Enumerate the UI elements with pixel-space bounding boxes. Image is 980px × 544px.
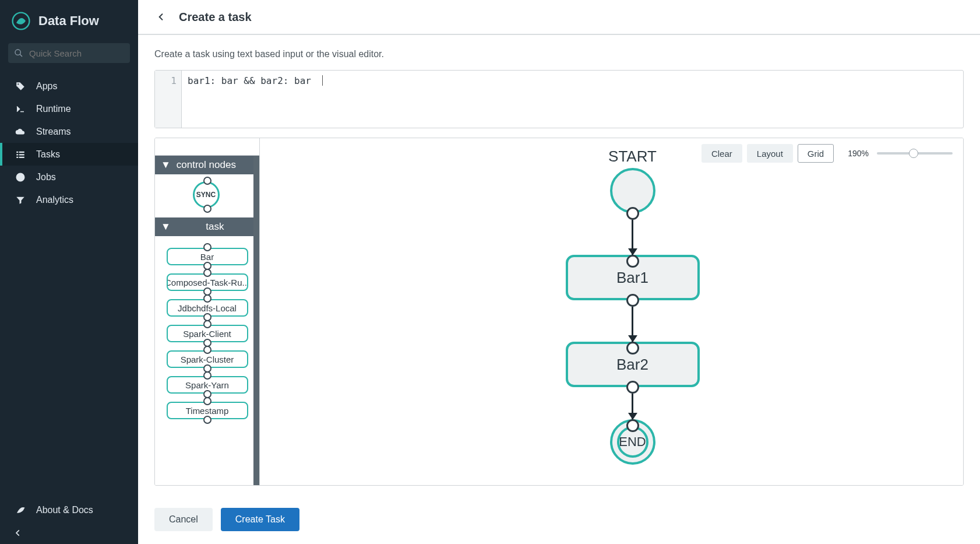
sidebar-item-about[interactable]: About & Docs	[0, 499, 138, 522]
palette-task-item[interactable]: Timestamp	[167, 402, 248, 419]
sidebar-item-runtime[interactable]: Runtime	[0, 97, 138, 120]
create-task-button[interactable]: Create Task	[221, 508, 299, 531]
quick-search-input[interactable]	[28, 48, 141, 59]
sidebar-item-label: Streams	[36, 127, 71, 137]
palette: ▼ control nodes SYNC ▼ task B	[155, 138, 260, 485]
flow-edge	[632, 394, 633, 419]
node-port-icon	[203, 346, 211, 354]
node-port-icon[interactable]	[626, 294, 639, 307]
brand-name: Data Flow	[38, 13, 99, 29]
node-port-icon[interactable]	[626, 342, 639, 355]
clock-icon	[15, 172, 26, 182]
grid-button[interactable]: Grid	[798, 144, 834, 163]
node-port-icon[interactable]	[626, 255, 639, 268]
triangle-down-icon: ▼	[161, 221, 171, 233]
palette-search[interactable]	[155, 138, 259, 156]
svg-point-3	[17, 83, 19, 85]
sidebar-item-analytics[interactable]: Analytics	[0, 188, 138, 211]
palette-group-label: task	[177, 221, 253, 233]
node-port-icon	[203, 416, 211, 424]
palette-group-control[interactable]: ▼ control nodes	[155, 156, 259, 174]
editor-gutter: 1	[155, 71, 182, 128]
flow-edge	[632, 220, 633, 255]
back-button[interactable]	[154, 10, 168, 24]
svg-rect-7	[16, 154, 18, 155]
sidebar-item-label: Apps	[36, 81, 57, 92]
svg-rect-6	[19, 151, 24, 152]
node-port-icon	[203, 177, 211, 185]
clear-button[interactable]: Clear	[701, 144, 742, 163]
palette-task-item[interactable]: Spark-Yarn	[167, 376, 248, 394]
end-label: END	[619, 434, 646, 450]
flow-edge	[632, 307, 633, 342]
tag-icon	[15, 81, 26, 92]
quick-search[interactable]	[8, 43, 130, 63]
leaf-icon	[15, 505, 26, 515]
svg-rect-8	[19, 154, 24, 155]
sidebar-item-jobs[interactable]: Jobs	[0, 166, 138, 188]
palette-group-label: control nodes	[177, 159, 236, 171]
zoom-slider[interactable]	[877, 152, 953, 155]
node-port-icon	[203, 320, 211, 328]
sidebar-item-streams[interactable]: Streams	[0, 120, 138, 143]
svg-rect-10	[19, 156, 24, 157]
sidebar-item-label: About & Docs	[36, 505, 93, 515]
layout-button[interactable]: Layout	[747, 144, 793, 163]
dsl-editor[interactable]: 1 bar1: bar && bar2: bar	[154, 70, 964, 128]
footer-actions: Cancel Create Task	[138, 497, 980, 544]
cancel-button[interactable]: Cancel	[154, 508, 213, 531]
canvas-toolbar: Clear Layout Grid 190%	[701, 144, 953, 163]
sidebar-collapse-button[interactable]	[0, 522, 138, 544]
page-title: Create a task	[179, 10, 252, 24]
filter-icon	[15, 195, 26, 205]
palette-sync-node[interactable]: SYNC	[193, 181, 222, 208]
palette-task-item[interactable]: Spark-Cluster	[167, 350, 248, 368]
sidebar-item-tasks[interactable]: Tasks	[0, 143, 138, 166]
node-port-icon	[203, 371, 211, 380]
palette-task-item[interactable]: Spark-Client	[167, 325, 248, 342]
list-icon	[15, 149, 26, 160]
chevron-left-icon	[157, 12, 166, 22]
palette-task-item[interactable]: Bar	[167, 248, 248, 265]
palette-task-item[interactable]: Jdbchdfs-Local	[167, 299, 248, 317]
page-header: Create a task	[138, 0, 980, 35]
svg-point-1	[15, 50, 20, 55]
sidebar: Data Flow Apps Runtime Streams Tasks Job…	[0, 0, 138, 544]
slider-thumb-icon[interactable]	[909, 149, 918, 158]
start-label: START	[608, 148, 657, 166]
svg-rect-9	[16, 156, 18, 157]
node-port-icon[interactable]	[626, 207, 639, 220]
zoom-value: 190%	[848, 149, 869, 158]
triangle-down-icon: ▼	[161, 159, 171, 171]
cloud-icon	[15, 127, 26, 137]
brand: Data Flow	[0, 0, 138, 42]
terminal-icon	[15, 104, 26, 114]
palette-group-task[interactable]: ▼ task	[155, 217, 259, 236]
chevron-left-icon	[14, 529, 22, 537]
node-port-icon	[203, 294, 211, 303]
svg-rect-5	[16, 151, 18, 152]
svg-line-2	[20, 54, 22, 57]
node-port-icon[interactable]	[626, 381, 639, 394]
node-port-icon	[203, 269, 211, 277]
sidebar-item-apps[interactable]: Apps	[0, 75, 138, 97]
main: Create a task Create a task using text b…	[138, 0, 980, 544]
node-port-icon	[203, 243, 211, 251]
sidebar-item-label: Tasks	[36, 149, 60, 160]
sidebar-item-label: Analytics	[36, 195, 73, 205]
search-icon	[14, 48, 23, 58]
node-port-icon[interactable]	[626, 419, 639, 432]
primary-nav: Apps Runtime Streams Tasks Jobs Analytic…	[0, 71, 138, 211]
line-number: 1	[171, 75, 177, 86]
palette-task-item[interactable]: Composed-Task-Ru...	[167, 273, 248, 291]
palette-scroll[interactable]: ▼ control nodes SYNC ▼ task B	[155, 156, 259, 485]
visual-editor: ▼ control nodes SYNC ▼ task B	[154, 138, 964, 486]
canvas[interactable]: Clear Layout Grid 190% START Bar1	[260, 138, 963, 485]
node-port-icon	[203, 397, 211, 405]
sidebar-item-label: Runtime	[36, 104, 71, 114]
page-intro: Create a task using text based input or …	[154, 49, 964, 59]
editor-content[interactable]: bar1: bar && bar2: bar	[182, 71, 317, 128]
node-port-icon	[203, 205, 211, 213]
flow-diagram: START Bar1 Bar2 END	[563, 148, 703, 465]
sidebar-item-label: Jobs	[36, 172, 56, 182]
